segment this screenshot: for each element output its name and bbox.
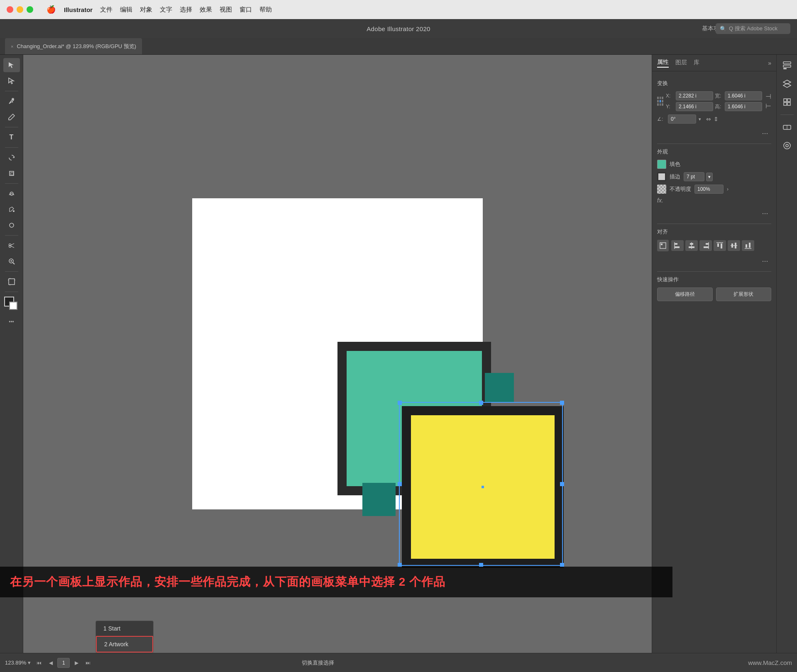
tg-cell-9 [662, 103, 663, 106]
layers-icon[interactable] [780, 76, 795, 91]
svg-rect-45 [787, 99, 790, 102]
align-right-btn[interactable] [699, 240, 712, 251]
tool-separator-3 [5, 147, 18, 148]
y-input[interactable] [676, 102, 713, 111]
offset-path-btn[interactable]: 偏移路径 [657, 287, 713, 301]
link-icon[interactable] [780, 120, 795, 135]
handle-top-right[interactable] [560, 401, 564, 405]
maximize-button[interactable] [27, 6, 33, 13]
selection-tool[interactable] [3, 58, 20, 72]
artboard-popup-menu[interactable]: 1 Start 2 Artwork [95, 621, 154, 653]
stroke-unit-dropdown[interactable]: ▾ [706, 173, 713, 181]
fill-color-swatch[interactable] [657, 160, 666, 169]
pencil-tool[interactable] [3, 110, 20, 124]
menu-help[interactable]: 帮助 [259, 6, 272, 14]
transform-more-btn[interactable]: ··· [759, 127, 771, 139]
height-input[interactable] [725, 102, 762, 111]
menu-illustrator[interactable]: Illustrator [64, 6, 93, 13]
svg-point-50 [784, 142, 790, 149]
menu-file[interactable]: 文件 [100, 6, 112, 14]
x-input[interactable] [676, 91, 713, 100]
stock-search[interactable]: 🔍 Q 搜索 Adobe Stock [716, 23, 790, 34]
document-tab[interactable]: × Changing_Order.ai* @ 123.89% (RGB/GPU … [5, 38, 142, 54]
align-center-h-btn[interactable] [685, 240, 698, 251]
tool-separator-5 [5, 235, 18, 236]
menu-text[interactable]: 文字 [160, 6, 172, 14]
menu-select[interactable]: 选择 [180, 6, 192, 14]
align-to-selector[interactable] [657, 240, 669, 251]
teal-square-bottomleft[interactable] [362, 483, 396, 516]
watermark-text: www.MacZ.com [748, 659, 792, 666]
yellow-rectangle[interactable] [402, 406, 564, 568]
teal-square-topright[interactable] [485, 373, 514, 402]
tab-close-icon[interactable]: × [11, 44, 13, 49]
tab-properties[interactable]: 属性 [657, 58, 669, 68]
angle-dropdown[interactable]: ▾ [699, 117, 701, 122]
canvas-area[interactable] [23, 55, 652, 653]
fx-label[interactable]: fx. [657, 197, 663, 204]
menu-view[interactable]: 视图 [220, 6, 232, 14]
opacity-more-icon[interactable]: › [727, 186, 729, 192]
width-input[interactable] [725, 91, 762, 100]
background-color[interactable] [9, 302, 17, 310]
transform-reference-grid[interactable] [657, 97, 663, 106]
menu-edit[interactable]: 编辑 [120, 6, 132, 14]
minimize-button[interactable] [17, 6, 23, 13]
opacity-label: 不透明度 [670, 185, 691, 193]
tg-cell-4 [657, 100, 659, 102]
zoom-dropdown-icon[interactable]: ▾ [28, 660, 31, 666]
opacity-input[interactable] [694, 185, 724, 194]
align-bottom-btn[interactable] [742, 240, 754, 251]
paintbucket-tool[interactable] [3, 202, 20, 217]
menu-effect[interactable]: 效果 [200, 6, 212, 14]
prev-artboard-btn[interactable]: ◀ [46, 658, 56, 668]
last-artboard-btn[interactable]: ⏭ [83, 658, 93, 668]
menu-object[interactable]: 对象 [140, 6, 152, 14]
align-top-btn[interactable] [714, 240, 726, 251]
libraries-icon[interactable] [780, 95, 795, 110]
align-more-btn[interactable]: ··· [759, 255, 771, 267]
expand-shape-btn[interactable]: 扩展形状 [716, 287, 772, 301]
angle-input[interactable] [668, 114, 696, 124]
artboard-number[interactable]: 1 [57, 658, 70, 668]
svg-rect-46 [784, 102, 787, 105]
flip-horizontal-icon[interactable]: ⇔ [706, 116, 711, 122]
scale-tool[interactable] [3, 166, 20, 180]
artboard-tool[interactable] [3, 275, 20, 289]
blob-brush-tool[interactable] [3, 218, 20, 232]
panel-expand-icon[interactable]: » [768, 60, 771, 66]
transform-icon[interactable] [780, 138, 795, 153]
zoom-tool[interactable] [3, 254, 20, 268]
close-button[interactable] [7, 6, 13, 13]
tab-layers[interactable]: 图层 [675, 59, 687, 67]
first-artboard-btn[interactable]: ⏮ [34, 658, 44, 668]
zoom-display[interactable]: 123.89% ▾ [5, 660, 31, 666]
rotate-tool[interactable] [3, 151, 20, 165]
flip-vertical-icon[interactable]: ⇕ [714, 116, 719, 122]
pen-tool[interactable] [3, 94, 20, 108]
scissors-tool[interactable] [3, 239, 20, 253]
stroke-width-input[interactable] [684, 172, 704, 181]
flip-icon[interactable]: ⊢ [765, 102, 771, 110]
next-artboard-btn[interactable]: ▶ [71, 658, 81, 668]
stroke-color-swatch[interactable] [657, 172, 666, 181]
svg-rect-27 [706, 243, 709, 245]
artboard-item-artwork[interactable]: 2 Artwork [96, 636, 153, 653]
tab-library[interactable]: 库 [694, 59, 699, 67]
stroke-row: 描边 ▾ [657, 172, 771, 181]
direct-selection-tool[interactable] [3, 74, 20, 88]
constrain-proportions-icon[interactable]: ⊣ [765, 93, 771, 100]
align-center-v-btn[interactable] [728, 240, 740, 251]
warp-tool[interactable] [3, 187, 20, 201]
apple-icon[interactable]: 🍎 [46, 5, 56, 14]
color-swatch-container[interactable] [4, 297, 19, 312]
more-tools[interactable]: ••• [3, 315, 20, 329]
appearance-more-btn[interactable]: ··· [759, 207, 771, 219]
svg-rect-20 [661, 243, 663, 245]
align-left-btn[interactable] [671, 240, 684, 251]
type-tool[interactable]: T [3, 130, 20, 144]
properties-icon[interactable] [780, 58, 795, 73]
x-label: X: [666, 93, 674, 99]
menu-window[interactable]: 窗口 [240, 6, 252, 14]
artboard-item-start[interactable]: 1 Start [96, 621, 153, 636]
